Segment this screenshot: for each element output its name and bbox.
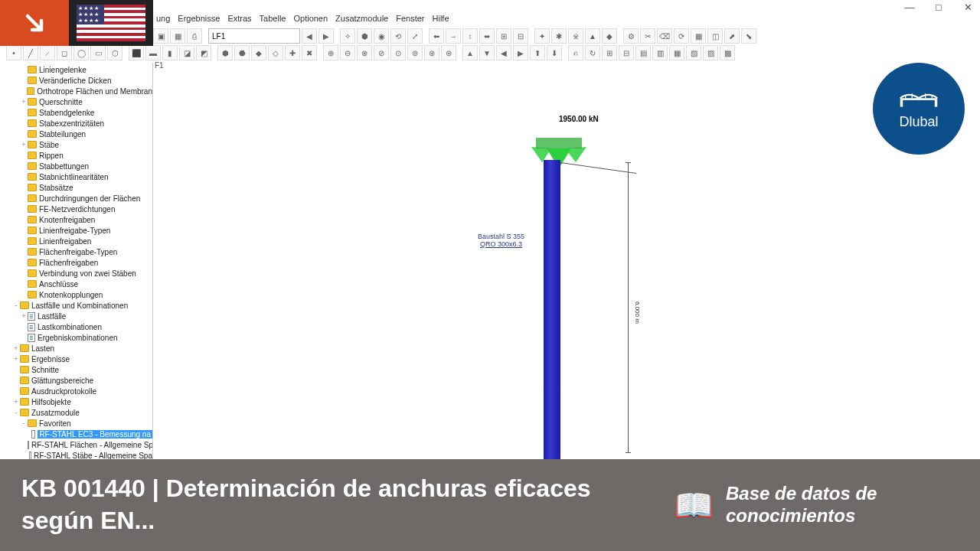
tree-item[interactable]: Veränderliche Dicken xyxy=(5,75,152,86)
tool-button[interactable]: ⊟ xyxy=(513,28,528,44)
tree-item[interactable]: Flächenfreigabe-Typen xyxy=(5,246,152,257)
tool-button[interactable]: ⬣ xyxy=(234,45,250,60)
tool-button[interactable]: ✚ xyxy=(285,45,300,60)
tool-button[interactable]: ▲ xyxy=(462,45,478,60)
tree-item[interactable]: FE-Netzverdichtungen xyxy=(5,204,152,214)
tool-button[interactable]: ⟋ xyxy=(40,45,55,60)
tree-item[interactable]: +Querschnitte xyxy=(5,96,152,107)
tool-button[interactable]: ◻ xyxy=(57,45,72,60)
tree-item[interactable]: Glättungsbereiche xyxy=(5,375,152,386)
tool-button[interactable]: ⊘ xyxy=(374,45,389,60)
tool-button[interactable]: ✱ xyxy=(551,28,567,44)
expand-toggle[interactable]: + xyxy=(20,98,28,106)
tool-button[interactable]: ⤢ xyxy=(407,28,423,44)
tool-button[interactable]: ⎌ xyxy=(568,45,583,60)
tree-item[interactable]: Stabbettungen xyxy=(5,161,152,171)
tool-button[interactable]: ⟳ xyxy=(674,28,689,44)
tool-button[interactable]: ◩ xyxy=(196,45,211,60)
tool-button[interactable]: ⊞ xyxy=(602,45,617,60)
tool-button[interactable]: ⊗ xyxy=(357,45,372,60)
tree-item[interactable]: Stabexzentrizitäten xyxy=(5,118,152,129)
expand-toggle[interactable]: + xyxy=(12,355,20,363)
tree-item[interactable]: Stabteilungen xyxy=(5,129,152,139)
tool-button[interactable]: ↻ xyxy=(585,45,600,60)
menu-item[interactable]: Fenster xyxy=(396,14,424,29)
tree-item[interactable]: Verbindung von zwei Stäben xyxy=(5,268,152,279)
expand-toggle[interactable]: - xyxy=(12,302,20,309)
tree-item[interactable]: Stabnichtlinearitäten xyxy=(5,171,152,182)
tool-button[interactable]: ▨ xyxy=(703,45,718,60)
tool-button[interactable]: ↕ xyxy=(462,28,478,44)
tree-item[interactable]: Ausdruckprotokolle xyxy=(5,386,152,396)
tree-item[interactable]: Lastkombinationen xyxy=(5,321,152,332)
maximize-button[interactable]: □ xyxy=(929,2,948,13)
tool-button[interactable]: ▲ xyxy=(585,28,600,44)
tree-item[interactable]: RF-STAHL EC3 - Bemessung na xyxy=(5,429,152,439)
tool-button[interactable]: ⬈ xyxy=(724,28,740,44)
tree-item[interactable]: Linienfreigabe-Typen xyxy=(5,225,152,236)
tree-item[interactable]: +Lastfälle xyxy=(5,311,152,321)
tool-button[interactable]: ▤ xyxy=(635,45,651,60)
tool-button[interactable]: ⊟ xyxy=(619,45,634,60)
tool-button[interactable]: ▦ xyxy=(170,28,185,44)
tool-button[interactable]: ▶ xyxy=(318,28,334,44)
tool-button[interactable]: ◪ xyxy=(179,45,194,60)
tree-item[interactable]: +Stäbe xyxy=(5,139,152,150)
tool-button[interactable]: ⊛ xyxy=(424,45,439,60)
tool-button[interactable]: ▦ xyxy=(691,28,706,44)
tree-item[interactable]: Knotenfreigaben xyxy=(5,214,152,225)
tool-button[interactable]: ◯ xyxy=(74,45,89,60)
tree-item[interactable]: Knotenkopplungen xyxy=(5,289,152,300)
tool-button[interactable]: ▮ xyxy=(162,45,178,60)
tool-button[interactable]: ⬌ xyxy=(479,28,495,44)
tree-item[interactable]: Flächenfreigaben xyxy=(5,257,152,268)
tool-button[interactable]: ⬆ xyxy=(530,45,545,60)
tree-item[interactable]: -Zusatzmodule xyxy=(5,407,152,418)
tree-item[interactable]: Ergebniskombinationen xyxy=(5,332,152,343)
tool-button[interactable]: → xyxy=(446,28,461,44)
expand-toggle[interactable]: + xyxy=(12,398,20,406)
tool-button[interactable]: ╱ xyxy=(23,45,38,60)
tree-item[interactable]: Orthotrope Flächen und Membran xyxy=(5,86,152,96)
tree-item[interactable]: Liniengelenke xyxy=(5,64,152,75)
tool-button[interactable]: ⬢ xyxy=(217,45,233,60)
tool-button[interactable]: ⚙ xyxy=(623,28,639,44)
tree-item[interactable]: RF-STAHL Stäbe - Allgemeine Spa xyxy=(5,450,152,459)
close-button[interactable]: ✕ xyxy=(959,2,977,13)
menu-item[interactable]: Hilfe xyxy=(433,14,449,29)
tool-button[interactable]: ◆ xyxy=(602,28,617,44)
tree-item[interactable]: -Favoriten xyxy=(5,418,152,429)
tree-item[interactable]: +Lasten xyxy=(5,343,152,354)
tool-button[interactable]: ⊕ xyxy=(323,45,338,60)
menu-item[interactable]: Ergebnisse xyxy=(178,14,220,29)
tree-item[interactable]: -Lastfälle und Kombinationen xyxy=(5,300,152,311)
menu-item[interactable]: ung xyxy=(156,14,170,29)
tool-button[interactable]: ◆ xyxy=(251,45,266,60)
tool-button[interactable]: • xyxy=(6,45,21,60)
tool-button[interactable]: ▭ xyxy=(90,45,106,60)
tool-button[interactable]: ▼ xyxy=(479,45,495,60)
tree-item[interactable]: +Hilfsobjekte xyxy=(5,396,152,407)
tool-button[interactable]: ✧ xyxy=(340,28,355,44)
tool-button[interactable]: ◇ xyxy=(268,45,283,60)
tool-button[interactable]: ⊖ xyxy=(340,45,355,60)
tool-button[interactable]: ⊙ xyxy=(390,45,406,60)
tool-button[interactable]: ⌫ xyxy=(657,28,672,44)
tool-button[interactable]: ⬢ xyxy=(357,28,372,44)
tree-item[interactable]: Durchdringungen der Flächen xyxy=(5,193,152,204)
expand-toggle[interactable]: + xyxy=(20,312,28,320)
tool-button[interactable]: ⊞ xyxy=(496,28,511,44)
menu-item[interactable]: Tabelle xyxy=(260,14,286,29)
tool-button[interactable]: ◫ xyxy=(707,28,723,44)
navigator-tree[interactable]: LiniengelenkeVeränderliche DickenOrthotr… xyxy=(0,63,153,459)
tree-item[interactable]: RF-STAHL Flächen - Allgemeine Sp xyxy=(5,439,152,450)
tool-button[interactable]: ⬊ xyxy=(741,28,756,44)
tree-item[interactable]: Schnitte xyxy=(5,364,152,375)
tool-button[interactable]: ▥ xyxy=(652,45,668,60)
tool-button[interactable]: ✦ xyxy=(534,28,550,44)
expand-toggle[interactable]: - xyxy=(12,409,20,416)
expand-toggle[interactable]: - xyxy=(20,419,28,427)
tree-item[interactable]: Rippen xyxy=(5,150,152,161)
tree-item[interactable]: Stabendgelenke xyxy=(5,107,152,118)
load-case-select[interactable]: LF1 xyxy=(208,28,300,44)
